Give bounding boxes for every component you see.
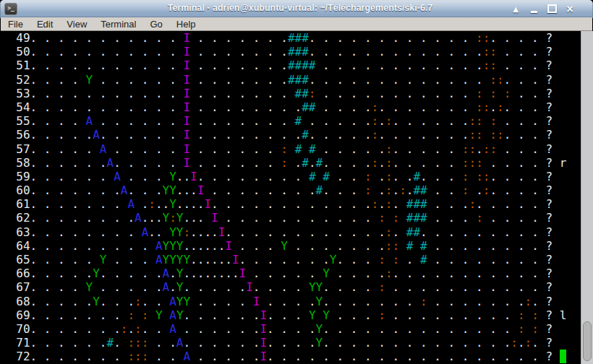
terminal-cursor [560,350,567,363]
terminal-row-64: 64. . . . . . . . . AYYY......I . . . Y … [2,239,566,253]
terminal-rows: 49. . . . . . . . . . . I . . . . . . .#… [2,31,566,364]
window-buttons: ▲ × [510,0,576,17]
terminal-row-49: 49. . . . . . . . . . . I . . . . . . .#… [2,31,566,45]
terminal-row-52: 52. . . . Y . . . . . . I . . . . . . .#… [2,73,566,87]
terminal-row-60: 60. . . . . . .A. . .YY...I . . . . . . … [2,183,566,197]
menu-item-help[interactable]: Help [176,19,196,30]
terminal-row-70: 70. . . . . . .:.:. . A . . . . . .I. . … [2,322,566,336]
minimize-button[interactable] [528,3,539,15]
terminal-row-66: 66. . . . .Y. . . . .A.Y........I . . . … [2,266,566,280]
terminal-row-72: 72. . . . . . . ::: . . A . . . . .I. . … [2,350,566,363]
terminal-row-63: 63. . . . . . . . A.. YY:....I. . . . . … [2,225,566,239]
terminal-row-69: 69. . . . . . . : : Y AY. . . . . .I. . … [2,308,566,322]
shade-up-arrow-icon: ▲ [513,5,519,13]
terminal-screen[interactable]: 49. . . . . . . . . . . I . . . . . . .#… [1,31,581,364]
menu-item-edit[interactable]: Edit [37,19,53,30]
scrollbar[interactable] [581,31,593,364]
menubar: FileEditViewTerminalGoHelp [1,17,592,31]
close-icon: × [566,3,574,14]
minimize-icon [531,11,537,13]
menu-item-view[interactable]: View [67,19,87,30]
terminal-row-55: 55. . . . A . . . . . . I . . . . . . . … [2,114,566,128]
terminal-row-61: 61. . . . . . . A .:..Y....I. . . . . . … [2,197,566,211]
terminal-row-51: 51. . . . . . . . . . . I . . . . . . .#… [2,58,566,72]
shade-button[interactable]: ▲ [510,3,521,15]
maximize-button[interactable] [546,3,558,15]
terminal-row-53: 53. . . . . . . . . . . I . . . . . . . … [2,87,566,100]
terminal-row-65: 65. . . . . Y . . . AYYYY......I. . . . … [2,253,566,266]
maximize-icon [547,4,557,13]
terminal-row-58: 58. . . . . .A. . . . . I . . . . . . : … [2,156,566,170]
terminal-row-56: 56. . . . .A. . . . . . I . . . . . . . … [2,128,566,142]
terminal-window: >_ Terminal - adrien@xubuntu-virtual: ~/… [0,0,593,364]
terminal-row-67: 67. . . . Y . . . . .A.Y. . . . .I. . . … [2,280,566,294]
menu-item-terminal[interactable]: Terminal [101,19,136,30]
terminal-row-50: 50. . . . . . . . . . . I . . . . . . .#… [2,45,566,58]
window-title: Terminal - adrien@xubuntu-virtual: ~/Tél… [87,3,513,13]
menu-item-go[interactable]: Go [150,19,162,30]
terminal-row-62: 62. . . . . . . .A...Y:Y... I . . . . . … [2,211,566,225]
terminal-row-71: 71. . . . . .#. ::: . .A. . . . . .I. . … [2,336,566,350]
scrollbar-thumb[interactable] [583,321,592,361]
terminal-row-68: 68. . . . .Y. . .:. . AYY . . . . I . . … [2,295,566,308]
terminal-app-icon[interactable]: >_ [4,3,17,15]
menu-item-file[interactable]: File [8,19,23,30]
terminal-row-57: 57. . . . . A . . . . . I . . . . . . : … [2,142,566,156]
close-button[interactable]: × [564,3,576,15]
titlebar[interactable]: >_ Terminal - adrien@xubuntu-virtual: ~/… [0,0,593,18]
terminal-row-54: 54. . . . . . . . . . . I . . . . . . . … [2,100,566,114]
terminal-row-59: 59. . . . . . A . . . Y..I. . . . . . . … [2,170,566,183]
